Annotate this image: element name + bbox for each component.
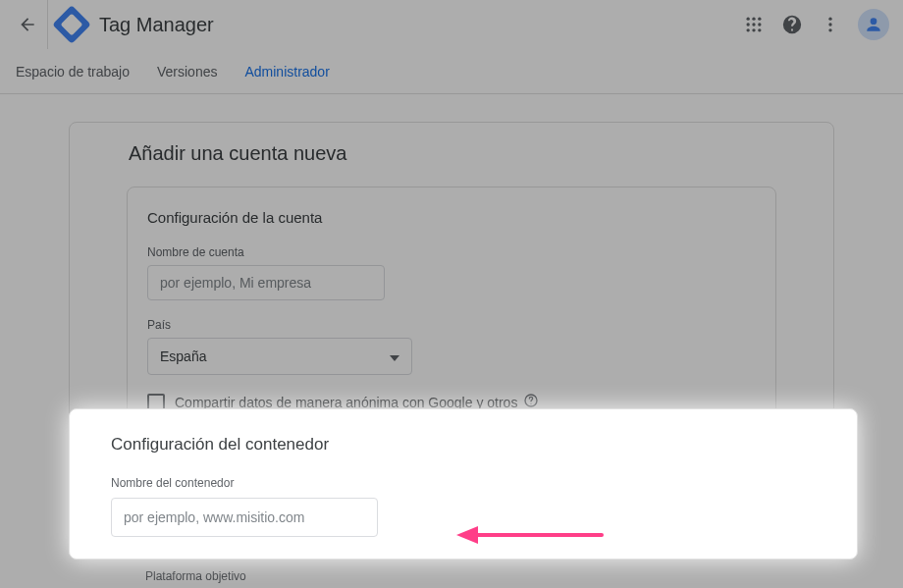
svg-point-14 <box>531 403 532 404</box>
container-section-title: Configuración del contenedor <box>111 435 820 454</box>
container-config-section: Configuración del contenedor Nombre del … <box>69 408 858 560</box>
svg-point-7 <box>752 28 755 31</box>
tab-workspace[interactable]: Espacio de trabajo <box>16 64 130 80</box>
svg-point-4 <box>752 23 755 26</box>
content-area: Añadir una cuenta nueva Configuración de… <box>0 94 903 458</box>
app-header: Tag Manager <box>0 0 903 49</box>
help-icon[interactable] <box>781 14 803 35</box>
svg-point-5 <box>758 23 761 26</box>
tab-admin[interactable]: Administrador <box>244 64 329 80</box>
app-title: Tag Manager <box>99 14 214 36</box>
svg-marker-16 <box>456 526 478 544</box>
gtm-logo-icon <box>52 5 91 44</box>
svg-point-3 <box>747 23 750 26</box>
account-name-label: Nombre de cuenta <box>147 245 756 259</box>
svg-point-2 <box>758 18 761 21</box>
more-vert-icon[interactable] <box>821 15 840 34</box>
svg-point-8 <box>758 28 761 31</box>
main-tabs: Espacio de trabajo Versiones Administrad… <box>0 49 903 94</box>
container-name-input[interactable] <box>111 498 378 537</box>
apps-icon[interactable] <box>744 15 764 34</box>
annotation-arrow-icon <box>456 520 604 554</box>
country-value: España <box>160 348 206 364</box>
svg-point-6 <box>747 28 750 31</box>
back-arrow-icon[interactable] <box>14 11 41 38</box>
country-field-group: País España <box>147 318 756 375</box>
svg-point-12 <box>871 18 877 25</box>
container-name-label: Nombre del contenedor <box>111 476 820 490</box>
svg-point-1 <box>752 18 755 21</box>
dropdown-arrow-icon <box>390 348 399 364</box>
country-select[interactable]: España <box>147 338 412 375</box>
platform-label: Plataforma objetivo <box>145 569 246 583</box>
svg-point-0 <box>747 18 750 21</box>
country-label: País <box>147 318 756 332</box>
svg-point-10 <box>828 23 831 26</box>
header-divider <box>47 0 48 49</box>
account-name-field-group: Nombre de cuenta <box>147 245 756 300</box>
tab-versions[interactable]: Versiones <box>157 64 217 80</box>
account-section-title: Configuración de la cuenta <box>147 209 756 226</box>
account-config-section: Configuración de la cuenta Nombre de cue… <box>127 187 776 434</box>
avatar[interactable] <box>858 9 889 40</box>
svg-point-11 <box>828 28 831 31</box>
account-name-input[interactable] <box>147 265 385 300</box>
svg-point-9 <box>828 18 831 21</box>
header-actions <box>744 9 889 40</box>
page-title: Añadir una cuenta nueva <box>129 142 833 165</box>
